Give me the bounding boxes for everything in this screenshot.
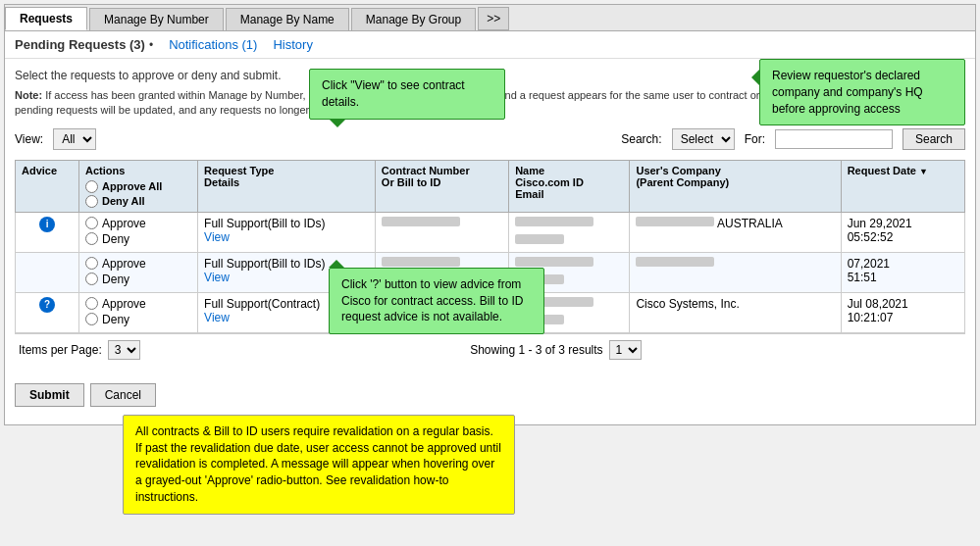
table-wrapper: Click '?' button to view advice from Cis… <box>15 160 965 333</box>
items-per-page-select[interactable]: 3 <box>108 340 140 360</box>
blurred-company-2 <box>636 257 714 267</box>
approve-label-1[interactable]: Approve <box>85 217 191 230</box>
date-cell-2: 07,202151:51 <box>841 252 964 292</box>
approve-radio-3[interactable] <box>85 297 98 310</box>
date-cell-3: Jul 08,202110:21:07 <box>841 292 964 332</box>
notifications-link[interactable]: Notifications (1) <box>169 37 257 52</box>
items-per-page: Items per Page: 3 <box>19 340 140 360</box>
view-link-1[interactable]: View <box>204 230 230 244</box>
sort-arrow: ▼ <box>919 167 928 176</box>
view-link-2[interactable]: View <box>204 271 230 284</box>
col-name: Name Cisco.com ID Email <box>509 160 630 212</box>
advice-cell-2 <box>16 252 79 292</box>
deny-all-radio[interactable] <box>85 195 98 208</box>
bullet: • <box>149 38 153 52</box>
tooltip-yellow: All contracts & Bill to ID users require… <box>123 415 515 515</box>
approve-radio-2[interactable] <box>85 257 98 270</box>
showing-text: Showing 1 - 3 of 3 results 1 <box>150 340 961 360</box>
col-date: Request Date ▼ <box>841 160 964 212</box>
items-per-page-label: Items per Page: <box>19 343 102 357</box>
blurred-contract-1 <box>382 217 460 226</box>
tab-more[interactable]: >> <box>478 7 509 30</box>
request-type-cell-1: Full Support(Bill to IDs) View <box>198 212 376 252</box>
tooltip-bill-to-id: Click '?' button to view advice from Cis… <box>329 268 544 334</box>
cancel-button[interactable]: Cancel <box>90 383 156 407</box>
actions-cell-2: Approve Deny <box>79 252 198 292</box>
tab-manage-by-name[interactable]: Manage By Name <box>226 8 349 30</box>
actions-cell-3: Approve Deny <box>79 292 198 332</box>
submit-button[interactable]: Submit <box>15 383 84 407</box>
tab-bar: Requests Manage By Number Manage By Name… <box>5 5 975 31</box>
col-company: User's Company (Parent Company) <box>630 160 841 212</box>
note-label: Note: <box>15 89 42 101</box>
approve-all-radio[interactable] <box>85 180 98 193</box>
view-select[interactable]: All <box>53 128 96 150</box>
deny-radio-1[interactable] <box>85 232 98 245</box>
pending-requests-label: Pending Requests (3) <box>15 37 145 52</box>
advice-cell-3: ? <box>16 292 79 332</box>
view-label: View: <box>15 132 43 146</box>
company-cell-1: AUSTRALIA <box>630 212 841 252</box>
approve-label-3[interactable]: Approve <box>85 297 191 311</box>
search-label: Search: <box>621 132 661 146</box>
blurred-id-1 <box>515 234 564 244</box>
deny-label-2[interactable]: Deny <box>85 273 191 286</box>
blurred-contract-2 <box>382 257 460 267</box>
for-input[interactable] <box>775 129 893 149</box>
blurred-company-1 <box>636 217 714 226</box>
actions-cell-1: Approve Deny <box>79 212 198 252</box>
tab-manage-by-number[interactable]: Manage By Number <box>89 8 224 30</box>
pagination-bar: Items per Page: 3 Showing 1 - 3 of 3 res… <box>15 333 965 366</box>
history-link[interactable]: History <box>273 37 312 52</box>
approve-label-2[interactable]: Approve <box>85 257 191 271</box>
tooltip-top-right: Review requestor's declared company and … <box>759 59 965 125</box>
filter-bar: View: All Search: Select For: Search <box>15 128 965 150</box>
sub-nav: Pending Requests (3) • Notifications (1)… <box>5 31 975 59</box>
advice-cell-1: i <box>16 212 79 252</box>
tab-manage-by-group[interactable]: Manage By Group <box>351 8 476 30</box>
contract-cell-1 <box>375 212 508 252</box>
deny-radio-2[interactable] <box>85 273 98 285</box>
main-container: Requests Manage By Number Manage By Name… <box>4 4 976 425</box>
search-button[interactable]: Search <box>903 128 965 150</box>
button-bar: Submit Cancel <box>5 375 975 415</box>
table-row: i Approve Deny <box>16 212 965 252</box>
tab-requests[interactable]: Requests <box>5 7 87 30</box>
blurred-name-1 <box>515 217 593 226</box>
date-cell-1: Jun 29,202105:52:52 <box>841 212 964 252</box>
company-cell-2 <box>630 252 841 292</box>
deny-label-3[interactable]: Deny <box>85 313 191 326</box>
page-select[interactable]: 1 <box>609 340 642 360</box>
col-contract: Contract Number Or Bill to ID <box>375 160 508 212</box>
approve-all-label[interactable]: Approve All <box>85 180 191 193</box>
blurred-name-2 <box>515 257 593 267</box>
deny-all-label[interactable]: Deny All <box>85 195 191 208</box>
question-icon-3[interactable]: ? <box>39 297 55 313</box>
content-area: Review requestor's declared company and … <box>5 59 975 375</box>
name-cell-1 <box>509 212 630 252</box>
col-advice: Advice <box>16 160 79 212</box>
view-link-3[interactable]: View <box>204 311 230 324</box>
for-label: For: <box>745 132 765 146</box>
deny-radio-3[interactable] <box>85 313 98 325</box>
search-select[interactable]: Select <box>672 128 735 150</box>
col-actions: Actions Approve All Deny All <box>79 160 198 212</box>
info-icon-1[interactable]: i <box>39 217 55 232</box>
col-request-type: Request Type Details <box>198 160 376 212</box>
approve-radio-1[interactable] <box>85 217 98 229</box>
tooltip-click-view: Click "View" to see contract details. <box>309 69 505 120</box>
deny-label-1[interactable]: Deny <box>85 232 191 246</box>
company-cell-3: Cisco Systems, Inc. <box>630 292 841 332</box>
